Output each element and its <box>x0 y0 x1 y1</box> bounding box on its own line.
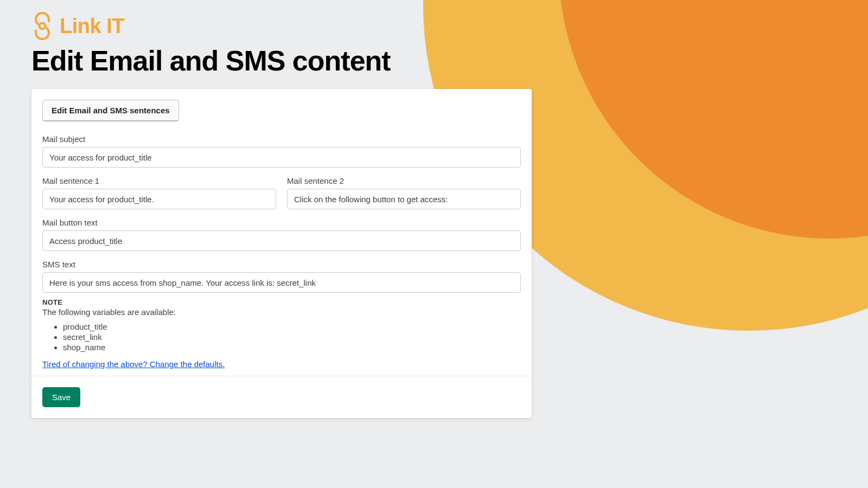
mail-sentence-2-input[interactable] <box>287 189 521 209</box>
brand-mark-icon <box>31 11 53 41</box>
sms-text-label: SMS text <box>42 260 521 269</box>
mail-button-text-label: Mail button text <box>42 218 521 227</box>
note-title: NOTE <box>42 298 521 306</box>
brand-logo: Link IT <box>31 11 837 41</box>
list-item: secret_link <box>63 332 521 342</box>
brand-name: Link IT <box>60 15 124 38</box>
note-intro: The following variables are available: <box>42 307 521 317</box>
svg-point-0 <box>40 23 46 29</box>
page-title: Edit Email and SMS content <box>31 44 837 77</box>
mail-subject-input[interactable] <box>42 147 521 168</box>
change-defaults-link[interactable]: Tired of changing the above? Change the … <box>42 359 225 369</box>
note-variables-list: product_title secret_link shop_name <box>42 322 521 352</box>
mail-button-text-input[interactable] <box>42 230 521 251</box>
list-item: product_title <box>63 322 521 331</box>
mail-sentence-2-label: Mail sentence 2 <box>287 176 521 185</box>
mail-subject-label: Mail subject <box>42 134 521 144</box>
edit-sentences-button[interactable]: Edit Email and SMS sentences <box>42 100 179 121</box>
save-button[interactable]: Save <box>42 387 80 407</box>
mail-sentence-1-input[interactable] <box>42 189 276 209</box>
list-item: shop_name <box>63 343 521 352</box>
mail-sentence-1-label: Mail sentence 1 <box>42 176 276 185</box>
form-card: Edit Email and SMS sentences Mail subjec… <box>31 89 532 418</box>
sms-text-input[interactable] <box>42 272 521 293</box>
